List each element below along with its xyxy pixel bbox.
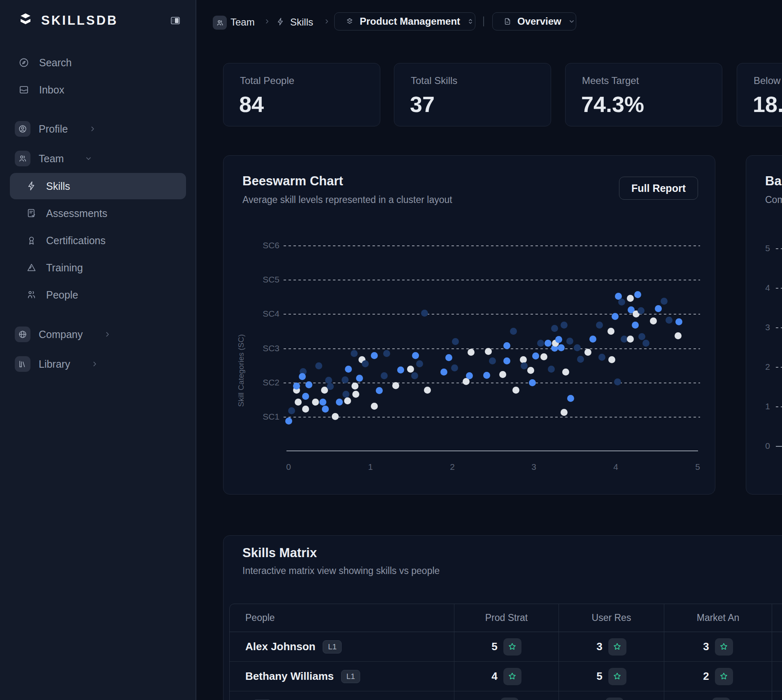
y-tick-label: 2 — [756, 361, 770, 373]
star-icon — [612, 642, 622, 651]
beeswarm-point — [293, 383, 300, 390]
rating-cell[interactable]: 5 — [454, 632, 559, 662]
beeswarm-point — [598, 354, 605, 361]
beeswarm-point — [608, 356, 615, 363]
sidebar-item-company[interactable]: Company — [0, 324, 196, 345]
rating-cell[interactable] — [454, 691, 559, 700]
rating-cell[interactable]: 2 — [664, 662, 772, 691]
x-axis-line — [776, 446, 782, 447]
document-check-icon — [26, 208, 37, 219]
beeswarm-point — [392, 382, 399, 389]
rating-cell[interactable]: 3 — [664, 632, 772, 662]
beeswarm-point — [638, 307, 645, 314]
sidebar-item-training[interactable]: Training — [0, 257, 196, 278]
star-badge[interactable] — [715, 668, 733, 685]
star-badge[interactable] — [500, 698, 519, 700]
sidebar-item-assessments[interactable]: Assessments — [0, 203, 196, 224]
column-header-user-res[interactable]: User Res — [559, 604, 664, 632]
beeswarm-point — [548, 366, 555, 373]
beeswarm-point — [577, 356, 584, 363]
beeswarm-point — [416, 360, 423, 367]
beeswarm-point — [562, 369, 569, 376]
beeswarm-point — [466, 372, 473, 379]
beeswarm-point — [445, 354, 452, 361]
chevron-right-icon — [323, 18, 330, 25]
rating-cell[interactable]: 4 — [454, 662, 559, 691]
star-badge[interactable] — [608, 638, 626, 656]
beeswarm-point — [561, 409, 568, 416]
beeswarm-point — [661, 298, 668, 305]
beeswarm-point — [621, 336, 628, 343]
beeswarm-point — [627, 336, 634, 343]
y-tick-label: 4 — [756, 282, 770, 294]
beeswarm-point — [650, 317, 657, 324]
beeswarm-point — [612, 313, 619, 320]
selected-skill-group: Product Management — [360, 16, 460, 27]
star-badge[interactable] — [715, 638, 733, 656]
beeswarm-subtitle: Average skill levels represented in a cl… — [242, 194, 452, 205]
beeswarm-point — [574, 344, 581, 351]
beeswarm-point — [315, 362, 322, 369]
stat-card-total-people: Total People 84 — [223, 63, 380, 126]
sidebar-item-search[interactable]: Search — [0, 52, 196, 73]
beeswarm-point — [532, 352, 539, 359]
beeswarm-point — [566, 338, 573, 345]
sidebar-item-profile[interactable]: Profile — [0, 118, 196, 140]
y-tick-label: 1 — [756, 401, 770, 412]
beeswarm-point — [666, 317, 673, 324]
y-tick-label: SC3 — [249, 343, 279, 354]
y-tick-label: SC4 — [249, 308, 279, 320]
beeswarm-point — [383, 350, 390, 357]
skill-group-selector[interactable]: Product Management — [334, 12, 475, 30]
sidebar-collapse-icon[interactable] — [170, 15, 181, 26]
sidebar-item-inbox[interactable]: Inbox — [0, 79, 196, 100]
column-header-market-an[interactable]: Market An — [664, 604, 772, 632]
star-badge[interactable] — [605, 698, 624, 700]
view-selector[interactable]: Overview — [492, 12, 576, 30]
library-icon — [15, 356, 30, 372]
y-axis-title: Skill Categories (SC) — [237, 304, 246, 407]
logo-icon — [16, 12, 35, 30]
breadcrumb-skills[interactable]: Skills — [290, 16, 313, 28]
column-header-prod-strat[interactable]: Prod Strat — [454, 604, 559, 632]
team-users-icon[interactable] — [213, 16, 227, 30]
star-badge[interactable] — [503, 638, 521, 656]
app-title: SKILLSDB — [41, 13, 118, 28]
sidebar-item-library[interactable]: Library — [0, 353, 196, 375]
users-icon — [15, 151, 30, 166]
star-badge[interactable] — [712, 698, 730, 700]
star-badge[interactable] — [608, 668, 626, 685]
sidebar-item-team[interactable]: Team — [0, 148, 196, 169]
breadcrumb-team[interactable]: Team — [230, 16, 255, 28]
beeswarm-point — [537, 340, 544, 347]
rating-cell[interactable]: 5 — [559, 662, 664, 691]
stat-label: Total People — [240, 75, 294, 86]
sidebar-item-skills[interactable]: Skills — [10, 173, 186, 199]
rating-cell[interactable]: 3 — [559, 632, 664, 662]
extra-cell — [772, 632, 782, 662]
beeswarm-point — [589, 336, 596, 343]
layers-icon — [345, 17, 354, 26]
beeswarm-point — [345, 366, 352, 373]
sidebar-item-certifications[interactable]: Certifications — [0, 230, 196, 251]
sidebar-item-label: Search — [39, 57, 72, 69]
sidebar-item-people[interactable]: People — [0, 284, 196, 306]
person-cell: Alex Johnson L1 — [230, 632, 454, 662]
person-name: Bethany Williams — [245, 670, 334, 683]
y-tick-label: 3 — [756, 322, 770, 333]
beeswarm-point — [512, 387, 519, 394]
skills-matrix-card: Skills Matrix Interactive matrix view sh… — [223, 535, 782, 700]
rating-cell[interactable] — [664, 691, 772, 700]
star-badge[interactable] — [503, 668, 521, 685]
gridline-2 — [776, 367, 782, 368]
stat-label: Below — [754, 75, 780, 86]
beeswarm-point — [540, 353, 547, 360]
star-icon — [507, 672, 517, 681]
beeswarm-point — [521, 362, 528, 369]
column-header-people[interactable]: People — [230, 604, 454, 632]
rating-cell[interactable] — [559, 691, 664, 700]
beeswarm-points — [289, 245, 698, 417]
beeswarm-point — [632, 322, 639, 329]
full-report-button[interactable]: Full Report — [619, 177, 698, 200]
beeswarm-point — [352, 391, 359, 398]
